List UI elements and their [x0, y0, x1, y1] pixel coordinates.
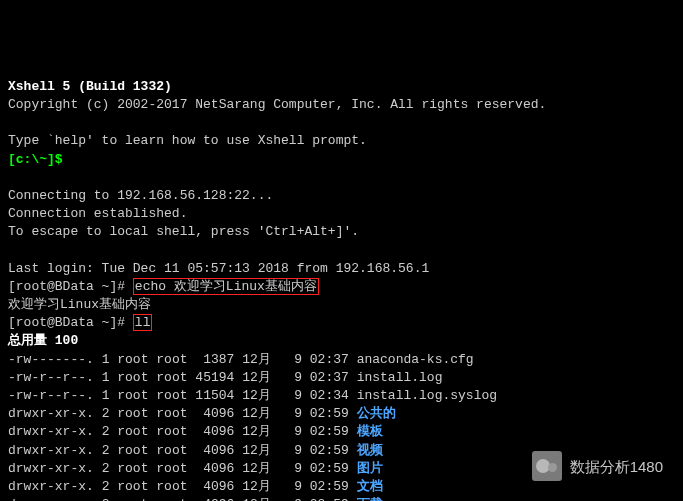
file-time: 02:59: [310, 406, 349, 421]
file-owner: root: [117, 370, 148, 385]
file-group: root: [156, 461, 187, 476]
shell-prompt: [root@BData ~]#: [8, 279, 133, 294]
file-month: 12月: [242, 479, 271, 494]
file-name: 文档: [357, 479, 383, 494]
file-month: 12月: [242, 388, 271, 403]
file-size: 11504: [195, 388, 234, 403]
shell-prompt: [root@BData ~]#: [8, 315, 133, 330]
file-perms: drwxr-xr-x.: [8, 443, 94, 458]
file-time: 02:37: [310, 370, 349, 385]
file-month: 12月: [242, 424, 271, 439]
file-size: 4096: [195, 479, 234, 494]
file-links: 2: [102, 406, 110, 421]
watermark: 数据分析1480: [532, 451, 663, 481]
file-size: 4096: [195, 461, 234, 476]
file-month: 12月: [242, 497, 271, 501]
file-owner: root: [117, 443, 148, 458]
file-name: 公共的: [357, 406, 396, 421]
established-line: Connection established.: [8, 206, 187, 221]
file-perms: drwxr-xr-x.: [8, 406, 94, 421]
file-owner: root: [117, 479, 148, 494]
file-size: 4096: [195, 424, 234, 439]
command-ll: ll: [133, 314, 153, 331]
file-owner: root: [117, 497, 148, 501]
file-group: root: [156, 388, 187, 403]
file-month: 12月: [242, 370, 271, 385]
file-owner: root: [117, 388, 148, 403]
file-time: 02:34: [310, 388, 349, 403]
file-name: install.log: [357, 370, 443, 385]
local-prompt-path: c:\~: [16, 152, 47, 167]
file-perms: drwxr-xr-x.: [8, 497, 94, 501]
file-day: 9: [286, 479, 302, 494]
file-size: 1387: [195, 352, 234, 367]
file-perms: drwxr-xr-x.: [8, 424, 94, 439]
file-time: 02:59: [310, 461, 349, 476]
file-perms: -rw-r--r--.: [8, 370, 94, 385]
file-day: 9: [286, 406, 302, 421]
file-group: root: [156, 443, 187, 458]
file-day: 9: [286, 424, 302, 439]
file-size: 4096: [195, 443, 234, 458]
local-prompt-open: [: [8, 152, 16, 167]
file-month: 12月: [242, 406, 271, 421]
wechat-icon: [532, 451, 562, 481]
file-owner: root: [117, 424, 148, 439]
file-time: 02:59: [310, 479, 349, 494]
file-month: 12月: [242, 443, 271, 458]
file-time: 02:59: [310, 497, 349, 501]
local-prompt-close: ]$: [47, 152, 70, 167]
file-size: 45194: [195, 370, 234, 385]
echo-output: 欢迎学习Linux基础内容: [8, 297, 151, 312]
file-name: 图片: [357, 461, 383, 476]
file-day: 9: [286, 352, 302, 367]
help-hint: Type `help' to learn how to use Xshell p…: [8, 133, 367, 148]
file-links: 2: [102, 424, 110, 439]
file-month: 12月: [242, 352, 271, 367]
last-login: Last login: Tue Dec 11 05:57:13 2018 fro…: [8, 261, 429, 276]
file-perms: -rw-r--r--.: [8, 388, 94, 403]
total-line: 总用量 100: [8, 333, 78, 348]
file-time: 02:37: [310, 352, 349, 367]
file-day: 9: [286, 370, 302, 385]
file-group: root: [156, 370, 187, 385]
file-links: 1: [102, 370, 110, 385]
file-month: 12月: [242, 461, 271, 476]
file-links: 1: [102, 388, 110, 403]
escape-hint: To escape to local shell, press 'Ctrl+Al…: [8, 224, 359, 239]
file-group: root: [156, 497, 187, 501]
app-title: Xshell 5 (Build 1332): [8, 79, 172, 94]
file-links: 2: [102, 497, 110, 501]
watermark-text: 数据分析1480: [570, 456, 663, 477]
file-day: 9: [286, 443, 302, 458]
file-group: root: [156, 479, 187, 494]
file-name: 下载: [357, 497, 383, 501]
command-echo: echo 欢迎学习Linux基础内容: [133, 278, 319, 295]
file-day: 9: [286, 497, 302, 501]
connecting-line: Connecting to 192.168.56.128:22...: [8, 188, 273, 203]
file-name: 模板: [357, 424, 383, 439]
file-owner: root: [117, 352, 148, 367]
file-links: 2: [102, 461, 110, 476]
file-owner: root: [117, 406, 148, 421]
file-name: 视频: [357, 443, 383, 458]
copyright-line: Copyright (c) 2002-2017 NetSarang Comput…: [8, 97, 546, 112]
file-name: install.log.syslog: [357, 388, 497, 403]
file-perms: -rw-------.: [8, 352, 94, 367]
file-name: anaconda-ks.cfg: [357, 352, 474, 367]
file-perms: drwxr-xr-x.: [8, 461, 94, 476]
file-time: 02:59: [310, 424, 349, 439]
file-perms: drwxr-xr-x.: [8, 479, 94, 494]
file-owner: root: [117, 461, 148, 476]
file-day: 9: [286, 388, 302, 403]
terminal-output[interactable]: Xshell 5 (Build 1332) Copyright (c) 2002…: [8, 78, 675, 501]
file-size: 4096: [195, 497, 234, 501]
file-day: 9: [286, 461, 302, 476]
file-links: 2: [102, 479, 110, 494]
file-group: root: [156, 424, 187, 439]
file-group: root: [156, 406, 187, 421]
file-size: 4096: [195, 406, 234, 421]
file-time: 02:59: [310, 443, 349, 458]
file-group: root: [156, 352, 187, 367]
file-links: 1: [102, 352, 110, 367]
